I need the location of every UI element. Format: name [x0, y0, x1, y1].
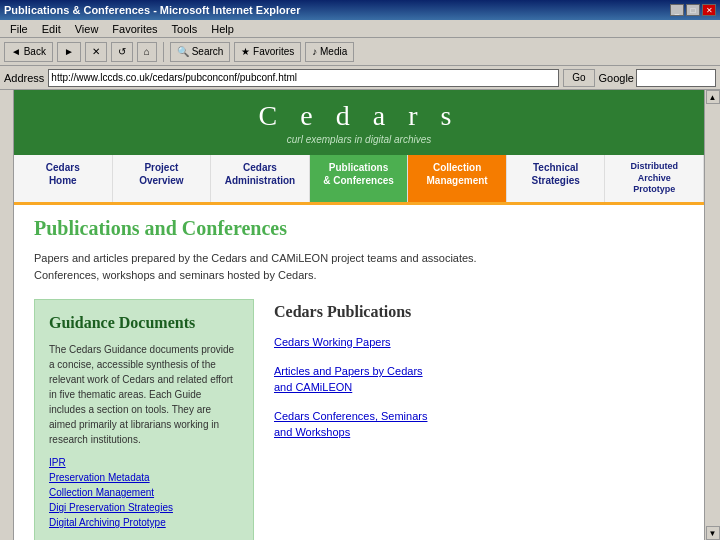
nav-cedars-admin[interactable]: Cedars Administration: [211, 155, 310, 202]
menu-tools[interactable]: Tools: [166, 22, 204, 36]
pub-link-working-papers[interactable]: Cedars Working Papers: [274, 335, 684, 350]
nav-distributed[interactable]: Distributed Archive Prototype: [605, 155, 704, 202]
menu-file[interactable]: File: [4, 22, 34, 36]
main-content: C e d a r s curl exemplars in digital ar…: [14, 90, 704, 540]
guidance-link-digital-archiving[interactable]: Digital Archiving Prototype: [49, 517, 239, 528]
page-description: Papers and articles prepared by the Ceda…: [34, 250, 684, 283]
guidance-link-ipr[interactable]: IPR: [49, 457, 239, 468]
nav-technical[interactable]: Technical Strategies: [507, 155, 606, 202]
go-button[interactable]: Go: [563, 69, 594, 87]
pub-link-articles-papers[interactable]: Articles and Papers by Cedars and CAMiLE…: [274, 364, 684, 395]
publications-title: Cedars Publications: [274, 303, 684, 321]
minimize-button[interactable]: _: [670, 4, 684, 16]
scrollbar[interactable]: ▲ ▼: [704, 90, 720, 540]
address-input[interactable]: [48, 69, 559, 87]
guidance-links: IPR Preservation Metadata Collection Man…: [49, 457, 239, 528]
back-button[interactable]: ◄ Back: [4, 42, 53, 62]
home-button[interactable]: ⌂: [137, 42, 157, 62]
publications-column: Cedars Publications Cedars Working Paper…: [274, 299, 684, 540]
pub-link-conferences[interactable]: Cedars Conferences, Seminars and Worksho…: [274, 409, 684, 440]
address-label: Address: [4, 72, 44, 84]
menu-favorites[interactable]: Favorites: [106, 22, 163, 36]
scroll-down-button[interactable]: ▼: [706, 526, 720, 540]
nav-publications[interactable]: Publications & Conferences: [310, 155, 409, 202]
search-button[interactable]: 🔍 Search: [170, 42, 230, 62]
menu-bar: File Edit View Favorites Tools Help: [0, 20, 720, 38]
maximize-button[interactable]: □: [686, 4, 700, 16]
cedars-subtitle: curl exemplars in digital archives: [14, 134, 704, 145]
nav-project-overview[interactable]: Project Overview: [113, 155, 212, 202]
page-content: Publications and Conferences Papers and …: [14, 205, 704, 540]
favorites-button[interactable]: ★ Favorites: [234, 42, 301, 62]
window-title: Publications & Conferences - Microsoft I…: [4, 4, 300, 16]
google-search-input[interactable]: [636, 69, 716, 87]
scroll-up-button[interactable]: ▲: [706, 90, 720, 104]
guidance-link-preservation-metadata[interactable]: Preservation Metadata: [49, 472, 239, 483]
toolbar: ◄ Back ► ✕ ↺ ⌂ 🔍 Search ★ Favorites ♪ Me…: [0, 38, 720, 66]
menu-view[interactable]: View: [69, 22, 105, 36]
two-column-layout: Guidance Documents The Cedars Guidance d…: [34, 299, 684, 540]
address-bar: Address Go Google: [0, 66, 720, 90]
cedars-title: C e d a r s: [14, 100, 704, 132]
menu-edit[interactable]: Edit: [36, 22, 67, 36]
media-button[interactable]: ♪ Media: [305, 42, 354, 62]
guidance-link-digi-preservation[interactable]: Digi Preservation Strategies: [49, 502, 239, 513]
stop-button[interactable]: ✕: [85, 42, 107, 62]
google-box: Google: [599, 69, 716, 87]
toolbar-separator-1: [163, 42, 164, 62]
nav-collection[interactable]: Collection Management: [408, 155, 507, 202]
forward-button[interactable]: ►: [57, 42, 81, 62]
refresh-button[interactable]: ↺: [111, 42, 133, 62]
page-title: Publications and Conferences: [34, 217, 684, 240]
close-button[interactable]: ✕: [702, 4, 716, 16]
left-bar: [0, 90, 14, 540]
guidance-link-collection-management[interactable]: Collection Management: [49, 487, 239, 498]
nav-cedars-home[interactable]: Cedars Home: [14, 155, 113, 202]
title-bar: Publications & Conferences - Microsoft I…: [0, 0, 720, 20]
guidance-description: The Cedars Guidance documents provide a …: [49, 342, 239, 447]
nav-bar: Cedars Home Project Overview Cedars Admi…: [14, 155, 704, 205]
guidance-title: Guidance Documents: [49, 314, 239, 332]
window-controls[interactable]: _ □ ✕: [670, 4, 716, 16]
google-label: Google: [599, 72, 634, 84]
menu-help[interactable]: Help: [205, 22, 240, 36]
cedars-header: C e d a r s curl exemplars in digital ar…: [14, 90, 704, 155]
guidance-box: Guidance Documents The Cedars Guidance d…: [34, 299, 254, 540]
